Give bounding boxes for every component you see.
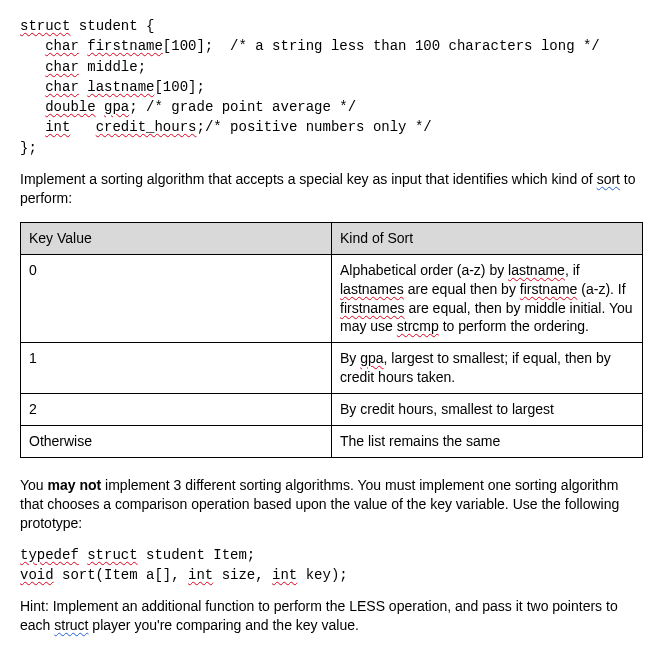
- code-text: [70, 119, 95, 135]
- cell-kind: Alphabetical order (a-z) by lastname, if…: [332, 254, 643, 343]
- code-block-prototype: typedef struct student Item; void sort(I…: [20, 545, 643, 586]
- cell-text: Alphabetical order (a-z) by: [340, 262, 508, 278]
- ident-lastname: lastname: [87, 79, 154, 95]
- cell-text: firstnames: [340, 300, 405, 316]
- kw-double: double: [45, 99, 95, 115]
- kw-char: char: [45, 38, 79, 54]
- paragraph-hint: Hint: Implement an additional function t…: [20, 597, 643, 635]
- col-key-value: Key Value: [21, 222, 332, 254]
- cell-text: The list remains the same: [340, 433, 500, 449]
- cell-text: By: [340, 350, 360, 366]
- text: player you're comparing and the key valu…: [88, 617, 358, 633]
- word-sort: sort: [597, 171, 620, 187]
- kw-typedef: typedef: [20, 547, 79, 563]
- ident-credit-hours: credit_hours: [96, 119, 197, 135]
- kw-struct: struct: [20, 18, 70, 34]
- key-sort-table: Key Value Kind of Sort 0Alphabetical ord…: [20, 222, 643, 458]
- cell-text: (a-z). If: [577, 281, 625, 297]
- table-row: 0Alphabetical order (a-z) by lastname, i…: [21, 254, 643, 343]
- ident-gpa: gpa: [104, 99, 129, 115]
- code-text: student {: [70, 18, 154, 34]
- cell-key: 2: [21, 394, 332, 426]
- paragraph-instruction-2: You may not implement 3 different sortin…: [20, 476, 643, 533]
- code-text: [100]; /* a string less than 100 charact…: [163, 38, 600, 54]
- code-text: key);: [297, 567, 347, 583]
- text: You: [20, 477, 48, 493]
- cell-text: firstname: [520, 281, 578, 297]
- cell-text: strcmp: [397, 318, 439, 334]
- code-text: size,: [213, 567, 272, 583]
- cell-key: 1: [21, 343, 332, 394]
- paragraph-instruction-1: Implement a sorting algorithm that accep…: [20, 170, 643, 208]
- word-struct: struct: [54, 617, 88, 633]
- cell-kind: By credit hours, smallest to largest: [332, 394, 643, 426]
- code-text: student Item;: [138, 547, 256, 563]
- code-text: ; /* grade point average */: [129, 99, 356, 115]
- bold-may-not: may not: [48, 477, 102, 493]
- kw-char: char: [45, 79, 79, 95]
- cell-text: lastname: [508, 262, 565, 278]
- code-text: sort(Item a[],: [54, 567, 188, 583]
- code-text: [100];: [154, 79, 204, 95]
- code-text: middle;: [79, 59, 146, 75]
- code-text: ;/* positive numbers only */: [196, 119, 431, 135]
- cell-text: , if: [565, 262, 580, 278]
- cell-key: Otherwise: [21, 425, 332, 457]
- text: Implement a sorting algorithm that accep…: [20, 171, 597, 187]
- table-row: 2By credit hours, smallest to largest: [21, 394, 643, 426]
- kw-int: int: [272, 567, 297, 583]
- cell-key: 0: [21, 254, 332, 343]
- code-text: };: [20, 140, 37, 156]
- ident-firstname: firstname: [87, 38, 163, 54]
- cell-text: are equal then by: [404, 281, 520, 297]
- cell-text: to perform the ordering.: [439, 318, 589, 334]
- cell-text: By credit hours, smallest to largest: [340, 401, 554, 417]
- cell-kind: By gpa, largest to smallest; if equal, t…: [332, 343, 643, 394]
- cell-text: gpa: [360, 350, 383, 366]
- table-row: OtherwiseThe list remains the same: [21, 425, 643, 457]
- cell-text: lastnames: [340, 281, 404, 297]
- table-row: 1By gpa, largest to smallest; if equal, …: [21, 343, 643, 394]
- kw-void: void: [20, 567, 54, 583]
- code-block-struct: struct student { char firstname[100]; /*…: [20, 16, 643, 158]
- col-kind-of-sort: Kind of Sort: [332, 222, 643, 254]
- cell-kind: The list remains the same: [332, 425, 643, 457]
- kw-int: int: [188, 567, 213, 583]
- text: implement 3 different sorting algorithms…: [20, 477, 619, 531]
- kw-struct: struct: [87, 547, 137, 563]
- kw-char: char: [45, 59, 79, 75]
- kw-int: int: [45, 119, 70, 135]
